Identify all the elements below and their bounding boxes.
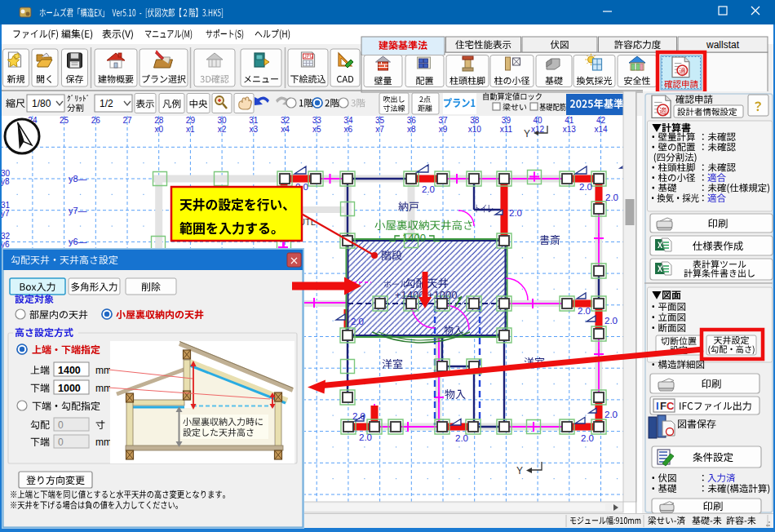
svg-text:1400: 1400 <box>402 232 426 244</box>
svg-text:y8: y8 <box>1 177 10 186</box>
svg-text:27: 27 <box>122 116 132 125</box>
svg-text:y7—: y7— <box>69 206 87 215</box>
svg-text:1400: 1400 <box>58 365 81 376</box>
svg-text:x5: x5 <box>312 125 321 134</box>
svg-text:Y: Y <box>516 465 523 477</box>
svg-text:33: 33 <box>312 116 322 125</box>
svg-text:36: 36 <box>407 116 417 125</box>
svg-text:mm: mm <box>95 437 112 448</box>
svg-text:y6: y6 <box>1 240 10 249</box>
svg-text:2.0: 2.0 <box>455 433 468 443</box>
svg-text:2.0: 2.0 <box>581 433 594 443</box>
svg-text:2.0: 2.0 <box>579 182 592 192</box>
svg-text:x1: x1 <box>186 125 195 134</box>
svg-text:30: 30 <box>218 116 228 125</box>
svg-text:x3: x3 <box>250 125 259 134</box>
svg-text:mm: mm <box>95 383 112 394</box>
svg-text:x4: x4 <box>281 125 290 134</box>
svg-text:y8—: y8— <box>69 174 87 184</box>
svg-text:35: 35 <box>375 116 385 125</box>
svg-text:0: 0 <box>58 419 64 431</box>
svg-text:2.0: 2.0 <box>509 208 522 218</box>
svg-text:I: I <box>656 400 659 412</box>
svg-text:42: 42 <box>596 116 606 125</box>
svg-text:mm: mm <box>95 365 112 376</box>
svg-text:x0: x0 <box>154 125 163 134</box>
svg-text:y7: y7 <box>1 209 10 218</box>
svg-text:2.0: 2.0 <box>351 317 364 326</box>
svg-text:2.0: 2.0 <box>604 316 618 326</box>
svg-text:40: 40 <box>534 116 543 125</box>
svg-text:41: 41 <box>565 116 574 125</box>
svg-text:x8: x8 <box>407 125 416 134</box>
svg-text:29: 29 <box>186 116 196 125</box>
svg-text:y6—: y6— <box>69 237 87 246</box>
svg-text:2.0: 2.0 <box>605 193 618 202</box>
svg-text:2.0: 2.0 <box>359 432 372 442</box>
svg-text:2.0: 2.0 <box>604 410 618 419</box>
svg-text:34: 34 <box>343 116 353 125</box>
svg-text:1/80: 1/80 <box>32 98 51 109</box>
svg-text:x6: x6 <box>344 125 353 134</box>
svg-text:F: F <box>660 400 666 412</box>
svg-text:31: 31 <box>249 116 259 125</box>
svg-text:1000: 1000 <box>58 383 81 394</box>
svg-text:x2: x2 <box>218 125 227 134</box>
svg-text:2.0: 2.0 <box>422 184 435 194</box>
svg-text:x14: x14 <box>594 125 608 134</box>
svg-text:37: 37 <box>438 116 448 125</box>
svg-text:x9: x9 <box>439 125 448 134</box>
svg-text:28: 28 <box>154 116 164 125</box>
svg-text:26: 26 <box>91 116 101 125</box>
svg-text:x13: x13 <box>563 125 577 134</box>
svg-text:39: 39 <box>502 116 512 125</box>
svg-text:2.0: 2.0 <box>352 411 365 421</box>
svg-text:1/2: 1/2 <box>100 98 113 109</box>
svg-text:0: 0 <box>58 437 64 448</box>
svg-text:2.0: 2.0 <box>578 306 591 316</box>
svg-text:x7: x7 <box>375 125 384 134</box>
svg-text:x10: x10 <box>468 125 482 134</box>
svg-text:x11: x11 <box>500 125 513 134</box>
svg-text:+1000: +1000 <box>427 289 458 301</box>
svg-text:25: 25 <box>60 116 69 125</box>
svg-text:38: 38 <box>470 116 480 125</box>
svg-text:C: C <box>666 400 675 412</box>
svg-text:Y: Y <box>524 128 530 140</box>
svg-text:wallstat: wallstat <box>706 39 740 51</box>
svg-text:32: 32 <box>281 116 290 125</box>
